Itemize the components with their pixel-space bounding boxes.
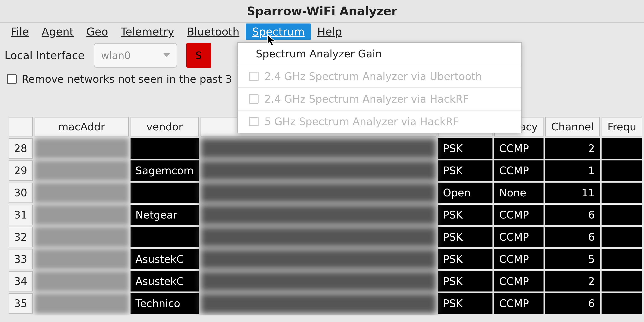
spectrum-menu-gain-label: Spectrum Analyzer Gain [256, 48, 382, 60]
table-row[interactable]: 33AsustekCPSKCCMP5 [8, 249, 642, 269]
menu-help[interactable]: Help [311, 24, 348, 40]
cell-privacy: CCMP [494, 271, 544, 291]
table-row[interactable]: 35TechnicoPSKCCMP6 [8, 293, 642, 314]
header-channel[interactable]: Channel [545, 117, 600, 137]
menu-agent-label: Agent [42, 25, 74, 38]
header-rownum[interactable] [8, 117, 33, 137]
cell-ssid [200, 205, 436, 225]
cell-vendor [130, 138, 199, 159]
cell-security: PSK [438, 293, 492, 314]
header-macaddr[interactable]: macAddr [34, 117, 129, 137]
cell-channel: 5 [545, 249, 600, 269]
cell-rownum: 35 [8, 293, 33, 314]
menu-agent[interactable]: Agent [35, 24, 80, 40]
cell-security: PSK [438, 205, 492, 225]
spectrum-menu-ubertooth-24-label: 2.4 GHz Spectrum Analyzer via Ubertooth [264, 70, 482, 83]
cell-privacy: CCMP [494, 205, 544, 225]
menu-geo-label: Geo [86, 25, 108, 38]
cell-security: PSK [438, 160, 492, 181]
cell-rownum: 30 [8, 183, 33, 203]
cell-macaddr [34, 160, 129, 181]
table-row[interactable]: 32PSKCCMP6 [8, 227, 642, 247]
menu-telemetry-label: Telemetry [121, 25, 174, 38]
spectrum-menu-gain[interactable]: Spectrum Analyzer Gain [238, 43, 521, 65]
cell-frequency [602, 160, 642, 181]
table-row[interactable]: 34AsustekCPSKCCMP2 [8, 271, 642, 291]
menu-bluetooth[interactable]: Bluetooth [180, 24, 246, 40]
cell-macaddr [34, 227, 129, 247]
cell-ssid [200, 249, 436, 269]
cell-rownum: 29 [8, 160, 33, 181]
header-vendor[interactable]: vendor [130, 117, 199, 137]
cell-vendor: AsustekC [130, 249, 199, 269]
cell-frequency [602, 249, 642, 269]
cell-ssid [200, 293, 436, 314]
menu-telemetry[interactable]: Telemetry [114, 24, 181, 40]
cell-rownum: 34 [8, 271, 33, 291]
checkbox-icon [249, 94, 258, 104]
cell-channel: 2 [545, 271, 600, 291]
cell-macaddr [34, 138, 129, 159]
spectrum-menu-hackrf-24-label: 2.4 GHz Spectrum Analyzer via HackRF [264, 93, 469, 105]
cell-privacy: CCMP [494, 160, 544, 181]
cell-privacy: CCMP [494, 138, 544, 159]
cell-rownum: 31 [8, 205, 33, 225]
table-row[interactable]: 31NetgearPSKCCMP6 [8, 205, 642, 225]
chevron-down-icon [164, 53, 170, 57]
cell-channel: 2 [545, 138, 600, 159]
spectrum-menu-hackrf-5-label: 5 GHz Spectrum Analyzer via HackRF [264, 116, 459, 128]
interface-select[interactable]: wlan0 [94, 43, 177, 68]
cell-channel: 1 [545, 160, 600, 181]
cell-vendor: AsustekC [130, 271, 199, 291]
cell-privacy: CCMP [494, 293, 544, 314]
table-row[interactable]: 30OpenNone11 [8, 183, 642, 203]
remove-old-networks-label: Remove networks not seen in the past 3 [22, 73, 232, 85]
cell-rownum: 33 [8, 249, 33, 269]
cell-macaddr [34, 249, 129, 269]
window-title-bar: Sparrow-WiFi Analyzer [0, 0, 644, 23]
cell-frequency [602, 293, 642, 314]
cell-security: PSK [438, 271, 492, 291]
cell-channel: 11 [545, 183, 600, 203]
cell-channel: 6 [545, 293, 600, 314]
cell-frequency [602, 183, 642, 203]
cell-macaddr [34, 271, 129, 291]
scan-button[interactable]: S [186, 43, 211, 68]
header-frequency[interactable]: Frequ [602, 117, 642, 137]
menu-file[interactable]: File [4, 24, 35, 40]
cell-channel: 6 [545, 205, 600, 225]
spectrum-dropdown: Spectrum Analyzer Gain 2.4 GHz Spectrum … [237, 42, 522, 133]
table-row[interactable]: 28PSKCCMP2 [8, 138, 642, 159]
menu-spectrum[interactable]: Spectrum [246, 24, 311, 40]
menu-geo[interactable]: Geo [80, 24, 114, 40]
cell-vendor: Netgear [130, 205, 199, 225]
table-row[interactable]: 29SagemcomPSKCCMP1 [8, 160, 642, 181]
cell-security: PSK [438, 138, 492, 159]
cell-channel: 6 [545, 227, 600, 247]
remove-old-networks-checkbox[interactable] [7, 74, 17, 84]
cell-ssid [200, 160, 436, 181]
cell-vendor [130, 227, 199, 247]
cell-frequency [602, 138, 642, 159]
cell-macaddr [34, 183, 129, 203]
cell-vendor: Technico [130, 293, 199, 314]
cell-privacy: CCMP [494, 249, 544, 269]
cell-security: PSK [438, 249, 492, 269]
cell-ssid [200, 227, 436, 247]
cell-frequency [602, 227, 642, 247]
cell-ssid [200, 183, 436, 203]
checkbox-icon [249, 117, 258, 126]
cell-rownum: 28 [8, 138, 33, 159]
networks-table: macAddr vendor SSID Security Privacy Cha… [7, 115, 644, 315]
cell-vendor: Sagemcom [130, 160, 199, 181]
interface-select-value: wlan0 [101, 50, 131, 61]
menu-file-label: File [11, 25, 29, 38]
menu-spectrum-label: Spectrum [252, 25, 304, 38]
cell-rownum: 32 [8, 227, 33, 247]
menu-bluetooth-label: Bluetooth [187, 25, 239, 38]
scan-button-label: S [196, 50, 202, 61]
spectrum-menu-ubertooth-24: 2.4 GHz Spectrum Analyzer via Ubertooth [238, 65, 521, 88]
cell-frequency [602, 205, 642, 225]
cell-security: Open [438, 183, 492, 203]
networks-table-wrapper: macAddr vendor SSID Security Privacy Cha… [7, 115, 644, 315]
